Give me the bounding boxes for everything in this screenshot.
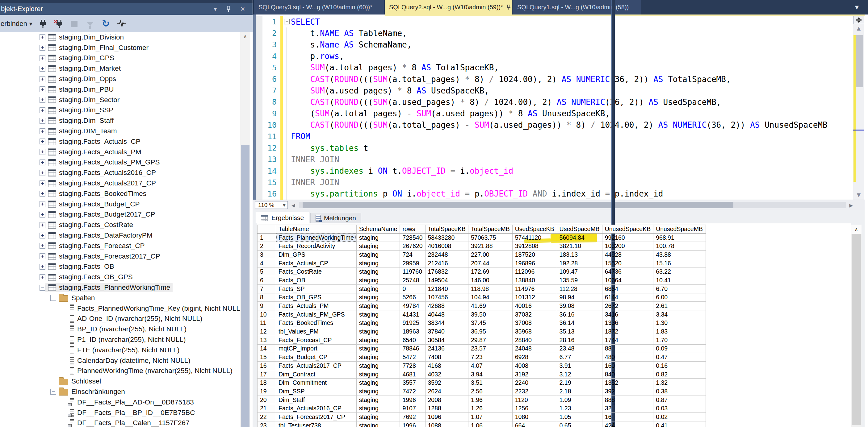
cell[interactable]: 3921.88 (468, 242, 513, 251)
tree-item[interactable]: +staging.Facts_DataFactoryPM (0, 230, 240, 241)
cell[interactable]: 49784 (400, 302, 425, 310)
cell[interactable]: 149504 (425, 276, 468, 285)
cell[interactable]: 7.23 (468, 353, 513, 362)
cell[interactable]: 1.26 (468, 404, 513, 413)
expand-icon[interactable]: + (39, 76, 45, 82)
cell[interactable]: 992160 (602, 233, 653, 242)
cell[interactable]: Facts_PlannedWorkingTime (276, 233, 356, 242)
scroll-up-icon[interactable]: ▲ (853, 25, 864, 31)
sql-editor[interactable]: 1−SELECT2 t.NAME AS TableName,3 s.Name A… (256, 16, 853, 200)
expand-icon[interactable]: + (39, 243, 45, 249)
cell[interactable]: Dim_Contract (276, 370, 356, 379)
cell[interactable]: Facts_Actuals2016_CP (276, 404, 356, 413)
row-number[interactable]: 7 (257, 285, 276, 293)
cell[interactable]: 37.45 (468, 319, 513, 327)
expand-icon[interactable]: + (39, 66, 45, 72)
cell[interactable]: 1996 (400, 396, 425, 404)
cell[interactable]: 138840 (512, 276, 557, 285)
cell[interactable]: 16 (602, 413, 653, 422)
cell[interactable]: 43.88 (653, 251, 706, 259)
expand-icon[interactable]: + (39, 253, 45, 259)
cell[interactable]: 2672 (602, 302, 653, 310)
editor-tab-2[interactable]: SQLQuery2.sql - W...g (W10\admin (59))*✕ (385, 0, 512, 14)
cell[interactable]: Dim_Commitment (276, 379, 356, 387)
connect-dropdown[interactable]: erbinden ▼ (1, 20, 32, 28)
pin-icon[interactable] (507, 5, 511, 10)
row-number[interactable]: 2 (257, 242, 276, 251)
code-line-7[interactable]: 7 SUM(a.used_pages) * 8 AS UsedSpaceKB, (256, 85, 853, 96)
window-menu-chevron-icon[interactable]: ▾ (214, 3, 217, 15)
row-number[interactable]: 21 (257, 404, 276, 413)
column-header-rows[interactable]: rows (400, 225, 425, 234)
cell[interactable]: staging (356, 285, 400, 293)
cell[interactable]: 724 (400, 251, 425, 259)
cell[interactable]: 0.87 (653, 396, 706, 404)
cell[interactable]: 28840 (512, 336, 557, 344)
cell[interactable]: 2.19 (557, 379, 602, 387)
tree-item[interactable]: +staging.Dim_PBU (0, 84, 240, 95)
tree-item[interactable]: AD-One_ID (nvarchar(255), Nicht NULL) (0, 314, 240, 324)
code-line-9[interactable]: 9 (SUM(a.total_pages) - SUM(a.used_pages… (256, 108, 853, 120)
expand-icon[interactable]: + (39, 138, 45, 144)
cell[interactable]: staging (356, 310, 400, 319)
tree-item[interactable]: +staging.Dim_SSP (0, 105, 240, 116)
cell[interactable]: 41431 (400, 310, 425, 319)
cell[interactable]: 25748 (400, 276, 425, 285)
cell[interactable]: 0.09 (653, 344, 706, 353)
row-number[interactable]: 18 (257, 379, 276, 387)
code-line-15[interactable]: 15INNER JOIN (256, 177, 853, 188)
cell[interactable]: Facts_CostRate (276, 267, 356, 276)
cell[interactable]: 112.28 (557, 285, 602, 293)
cell[interactable]: 176832 (425, 267, 468, 276)
results-scrollbar-thumb[interactable] (851, 234, 861, 425)
cell[interactable]: Facts_Forecast2017_CP (276, 413, 356, 422)
cell[interactable]: staging (356, 421, 400, 427)
expand-icon[interactable]: + (39, 212, 45, 218)
code-line-13[interactable]: 13INNER JOIN (256, 154, 853, 165)
cell[interactable]: 37840 (425, 327, 468, 336)
cell[interactable]: 4008 (512, 362, 557, 370)
cell[interactable]: staging (356, 379, 400, 387)
cell[interactable]: 5472 (400, 353, 425, 362)
cell[interactable]: 2232 (512, 387, 557, 396)
column-header-UnusedSpaceKB[interactable]: UnusedSpaceKB (602, 225, 653, 234)
row-number[interactable]: 17 (257, 370, 276, 379)
cell[interactable]: staging (356, 413, 400, 422)
cell[interactable]: 2.61 (653, 302, 706, 310)
cell[interactable]: staging (356, 387, 400, 396)
cell[interactable]: 109.47 (557, 267, 602, 276)
code-line-11[interactable]: 11FROM (256, 131, 853, 142)
expand-icon[interactable]: + (39, 201, 45, 207)
expand-icon[interactable]: + (39, 170, 45, 176)
cell[interactable]: 0.65 (557, 421, 602, 427)
cell[interactable]: 23.57 (468, 344, 513, 353)
cell[interactable]: 119760 (400, 267, 425, 276)
cell[interactable]: 23.48 (557, 344, 602, 353)
scroll-up-icon[interactable]: ∧ (851, 225, 862, 234)
cell[interactable]: 1.07 (468, 413, 513, 422)
stop-button[interactable] (69, 19, 80, 29)
cell[interactable]: 664 (512, 421, 557, 427)
row-number[interactable]: 11 (257, 319, 276, 327)
cell[interactable]: 6540 (400, 336, 425, 344)
cell[interactable]: 37032 (512, 310, 557, 319)
cell[interactable]: 1088 (425, 421, 468, 427)
editor-tab-1[interactable]: SQLQuery3.sql - W...g (W10\admin (60))* (254, 0, 384, 14)
cell[interactable]: 39.08 (557, 302, 602, 310)
row-number[interactable]: 16 (257, 362, 276, 370)
code-line-10[interactable]: 10 CAST(ROUND(((SUM(a.total_pages) - SUM… (256, 120, 853, 131)
cell[interactable]: staging (356, 267, 400, 276)
refresh-button[interactable]: ↻ (101, 19, 111, 29)
row-number[interactable]: 13 (257, 336, 276, 344)
editor-scroll-track[interactable] (853, 32, 864, 190)
row-number[interactable]: 9 (257, 302, 276, 310)
code-line-16[interactable]: 16 sys.partitions p ON i.object_id = p.O… (256, 188, 853, 200)
expand-icon[interactable]: + (39, 149, 45, 155)
cell[interactable]: Facts_SP (276, 285, 356, 293)
tree-item[interactable]: +staging.Facts_Actuals2016_CP (0, 167, 240, 178)
cell[interactable]: 840 (602, 370, 653, 379)
cell[interactable]: Dim_Staff (276, 396, 356, 404)
tree-item[interactable]: +staging.Dim_GPS (0, 53, 240, 64)
row-number[interactable]: 8 (257, 293, 276, 302)
cell[interactable]: 39.50 (468, 310, 513, 319)
